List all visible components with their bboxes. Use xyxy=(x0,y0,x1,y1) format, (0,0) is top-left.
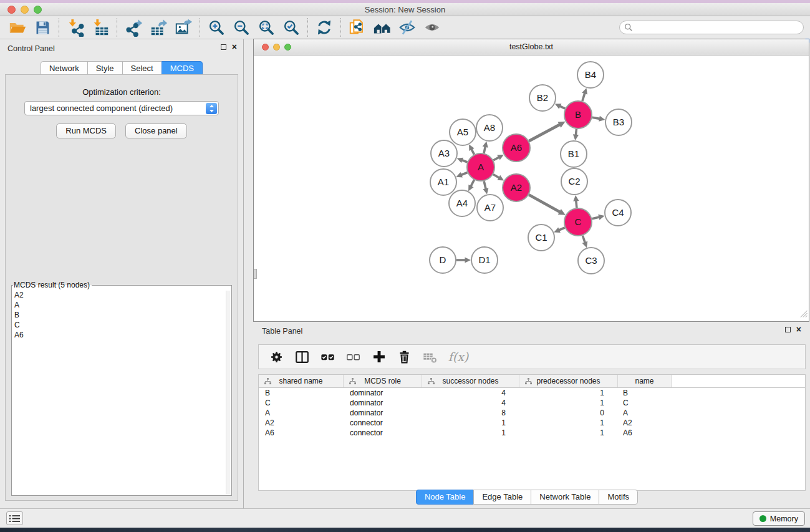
graph-node-D[interactable]: D xyxy=(430,247,456,273)
first-neighbors-button[interactable] xyxy=(370,17,395,38)
table-cell[interactable]: B xyxy=(259,388,344,398)
table-cell[interactable]: 1 xyxy=(422,418,519,428)
table-cell[interactable]: 4 xyxy=(422,388,519,398)
table-cell[interactable]: 1 xyxy=(422,428,519,438)
run-mcds-button[interactable]: Run MCDS xyxy=(56,123,116,138)
zoom-out-button[interactable] xyxy=(229,17,254,38)
graph-node-B1[interactable]: B1 xyxy=(561,141,587,167)
graph-node-C1[interactable]: C1 xyxy=(528,225,554,251)
refresh-button[interactable] xyxy=(312,17,337,38)
graph-node-A7[interactable]: A7 xyxy=(477,195,503,221)
table-cell[interactable]: 8 xyxy=(422,408,519,418)
select-all-button[interactable] xyxy=(316,346,339,367)
graph-node-B3[interactable]: B3 xyxy=(605,109,632,135)
hide-selected-button[interactable] xyxy=(395,17,420,38)
table-settings-button[interactable] xyxy=(265,346,288,367)
tab-node-table[interactable]: Node Table xyxy=(416,490,475,505)
zoom-in-button[interactable] xyxy=(204,17,229,38)
export-image-button[interactable] xyxy=(171,17,196,38)
delete-table-button[interactable] xyxy=(418,346,441,367)
network-canvas[interactable]: AA1A2A3A4A5A6A7A8BB1B2B3B4CC1C2C3C4DD1 xyxy=(254,56,809,321)
memory-button[interactable]: Memory xyxy=(753,511,805,526)
table-cell[interactable]: A2 xyxy=(259,418,344,428)
column-header-mcds-role[interactable]: MCDS role xyxy=(344,375,422,387)
graph-node-B[interactable]: B xyxy=(564,101,592,128)
zoom-fit-button[interactable] xyxy=(254,17,279,38)
table-cell[interactable]: 1 xyxy=(519,398,618,408)
zoom-selected-button[interactable] xyxy=(279,17,304,38)
mcds-result-item[interactable]: B xyxy=(14,310,231,320)
table-cell[interactable]: dominator xyxy=(344,408,422,418)
table-row[interactable]: Cdominator41C xyxy=(259,398,805,408)
graph-node-A8[interactable]: A8 xyxy=(476,115,503,141)
table-row[interactable]: Bdominator41B xyxy=(259,388,805,398)
graph-node-A[interactable]: A xyxy=(467,153,494,181)
table-cell[interactable]: 1 xyxy=(519,388,618,398)
table-cell[interactable]: B xyxy=(618,388,672,398)
close-table-panel-icon[interactable]: × xyxy=(796,326,801,332)
deselect-all-button[interactable] xyxy=(342,346,365,367)
import-table-button[interactable] xyxy=(88,17,113,38)
table-cell[interactable]: connector xyxy=(344,418,422,428)
scrollbar-track[interactable] xyxy=(226,291,230,494)
graph-edge-A-A7[interactable] xyxy=(484,181,486,190)
graph-edge-A6-B[interactable] xyxy=(529,124,561,141)
tab-edge-table[interactable]: Edge Table xyxy=(473,490,531,505)
table-cell[interactable]: connector xyxy=(344,428,422,438)
function-builder-button[interactable]: f(x) xyxy=(444,346,473,367)
table-row[interactable]: Adominator80A xyxy=(259,408,805,418)
graph-node-C3[interactable]: C3 xyxy=(578,248,604,274)
graph-node-B4[interactable]: B4 xyxy=(577,62,604,88)
graph-edge-B-B4[interactable] xyxy=(582,92,585,101)
graph-node-C4[interactable]: C4 xyxy=(605,200,631,226)
close-mcds-panel-button[interactable]: Close panel xyxy=(125,123,187,138)
table-cell[interactable]: 0 xyxy=(519,408,618,418)
table-cell[interactable]: A xyxy=(618,408,672,418)
save-session-button[interactable] xyxy=(30,17,55,38)
delete-column-button[interactable] xyxy=(393,346,416,367)
close-panel-icon[interactable]: × xyxy=(232,44,237,50)
float-table-panel-icon[interactable] xyxy=(785,327,791,332)
graph-node-A1[interactable]: A1 xyxy=(430,169,456,195)
table-cell[interactable]: dominator xyxy=(344,388,422,398)
float-panel-icon[interactable] xyxy=(221,44,226,50)
table-cell[interactable]: A6 xyxy=(259,428,344,438)
graph-node-D1[interactable]: D1 xyxy=(471,247,498,273)
table-row[interactable]: A6connector11A6 xyxy=(259,428,805,438)
graph-node-A2[interactable]: A2 xyxy=(503,174,530,201)
graph-node-A5[interactable]: A5 xyxy=(450,119,476,145)
import-network-button[interactable] xyxy=(63,17,88,38)
table-cell[interactable]: 1 xyxy=(519,428,618,438)
panel-grabber[interactable] xyxy=(254,269,257,279)
graph-node-A4[interactable]: A4 xyxy=(449,190,475,216)
create-column-button[interactable] xyxy=(367,346,390,367)
graph-edge-A2-C[interactable] xyxy=(529,195,561,212)
open-session-button[interactable] xyxy=(5,17,30,38)
task-history-button[interactable] xyxy=(6,511,23,525)
graph-edge-B-B3[interactable] xyxy=(592,117,600,118)
graph-node-A3[interactable]: A3 xyxy=(431,140,457,167)
export-network-button[interactable] xyxy=(121,17,146,38)
show-all-button[interactable] xyxy=(420,17,445,38)
resize-grip-icon[interactable] xyxy=(799,309,808,320)
graph-node-A6[interactable]: A6 xyxy=(503,134,530,162)
export-table-button[interactable] xyxy=(146,17,171,38)
column-header-predecessor-nodes[interactable]: predecessor nodes xyxy=(519,375,618,387)
table-cell[interactable]: 1 xyxy=(519,418,618,428)
graph-node-C[interactable]: C xyxy=(564,208,592,236)
table-cell[interactable]: A6 xyxy=(618,428,672,438)
show-columns-button[interactable] xyxy=(291,346,314,367)
column-header-name[interactable]: name xyxy=(618,375,672,387)
table-cell[interactable]: C xyxy=(259,398,344,408)
table-cell[interactable]: A2 xyxy=(618,418,672,428)
tab-motifs[interactable]: Motifs xyxy=(599,490,638,505)
mcds-result-item[interactable]: C xyxy=(14,320,231,330)
mcds-result-item[interactable]: A2 xyxy=(14,290,231,300)
column-header-shared-name[interactable]: shared name xyxy=(259,375,344,387)
optimization-criterion-select[interactable]: largest connected component (directed) xyxy=(24,101,219,115)
table-cell[interactable]: dominator xyxy=(344,398,422,408)
mcds-result-item[interactable]: A xyxy=(14,300,231,310)
table-cell[interactable]: C xyxy=(618,398,672,408)
mcds-result-item[interactable]: A6 xyxy=(14,330,231,340)
table-cell[interactable]: 4 xyxy=(422,398,519,408)
